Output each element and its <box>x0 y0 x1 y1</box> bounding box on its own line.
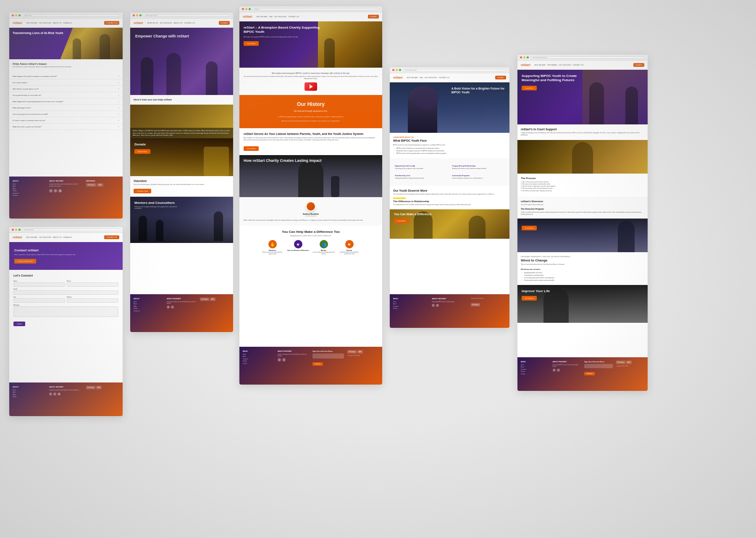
name-input[interactable] <box>13 282 65 287</box>
diversion-btn[interactable]: Learn More <box>522 226 537 230</box>
nav-btn-6[interactable]: DONATE <box>633 63 644 67</box>
faq-item-1[interactable]: What happens if a youth is already in an… <box>9 73 123 79</box>
nav-who[interactable]: WHO WE ARE <box>26 22 37 24</box>
nav-get-2[interactable]: GET INVOLVED <box>39 236 51 238</box>
faq-item-9[interactable]: What does after a youth record board?+ <box>9 124 123 130</box>
volunteer-text: If you are volunteering or donating to h… <box>134 184 230 186</box>
nav-btn-3[interactable]: DONATE <box>219 21 230 25</box>
nav-gi5[interactable]: GET INVOLVED <box>425 76 437 79</box>
nav-f5[interactable]: FAQ <box>420 76 423 79</box>
nav-c6[interactable]: CONTACT US <box>573 64 584 66</box>
donate-btn[interactable]: Donate Now <box>134 149 150 154</box>
nav-f6[interactable]: PROGRAMS <box>547 64 557 66</box>
fb-col-2: ABOUT RESTART Supporting BIPOC youth in … <box>432 298 467 324</box>
support-2: Forging Strong Relationships Building bo… <box>451 163 507 171</box>
tw-icon-2[interactable]: t <box>53 393 56 396</box>
main-hero-btn[interactable]: Learn More <box>244 41 259 46</box>
nav-w6[interactable]: WHO WE ARE <box>535 64 546 66</box>
footer-1: ABOUT HomeAboutFAQsDonateContact UsVolun… <box>9 177 123 219</box>
supporting-btn[interactable]: Learn More <box>522 86 537 90</box>
nav-w4[interactable]: WHO WE ARE <box>257 16 268 18</box>
fm-subscribe[interactable]: Subscribe <box>312 362 323 366</box>
nav-about[interactable]: ABOUT US <box>53 22 61 24</box>
nav-btn-5[interactable]: DONATE <box>495 76 506 79</box>
fe-fb[interactable]: f <box>167 306 170 309</box>
address-bar-5[interactable]: restart.ca/bipoc-youth <box>402 69 507 71</box>
nav-a3[interactable]: ABOUT US <box>174 22 182 24</box>
nav-who-2[interactable]: WHO WE ARE <box>26 236 37 238</box>
serves-btn[interactable]: Learn More <box>244 146 259 151</box>
address-bar-4[interactable]: restart.ca <box>252 8 380 11</box>
nav-about-2[interactable]: ABOUT US <box>53 236 61 238</box>
improve-btn[interactable]: Get Started <box>522 296 537 301</box>
submit-button[interactable]: Submit <box>13 322 25 326</box>
nav-cta-2[interactable]: CONTACT US <box>104 235 119 239</box>
woman-fig-2 <box>469 216 486 239</box>
nav-get[interactable]: GET INVOLVED <box>39 22 51 24</box>
address-bar-2[interactable]: restart.ca/contact <box>22 229 120 231</box>
contact-cta-btn[interactable]: Contact reStart Now <box>14 259 36 264</box>
phone-field: Phone <box>67 280 118 287</box>
fs-tw[interactable]: t <box>557 369 560 372</box>
faq-item-8[interactable]: If I have to stay in a custody, where do… <box>9 117 123 124</box>
nav-f4[interactable]: FAQ <box>269 16 273 18</box>
fb-icon-2[interactable]: f <box>49 393 52 396</box>
nav-btn-4[interactable]: DONATE <box>368 15 379 18</box>
youtube-play-btn[interactable] <box>304 82 317 91</box>
twitter-icon[interactable]: t <box>54 189 57 193</box>
fb-fb[interactable]: f <box>432 304 435 307</box>
faq-item-7[interactable]: Can a young person be sentenced as an ad… <box>9 111 123 117</box>
fm-fb[interactable]: f <box>278 358 281 361</box>
facebook-icon[interactable]: f <box>49 189 52 193</box>
nav-c4[interactable]: CONTACT US <box>288 16 299 18</box>
faq-item-2[interactable]: Do I need a lawyer?+ <box>9 79 123 86</box>
fb-tw[interactable]: t <box>436 304 439 307</box>
serves-section: reStart Serves As Your Liaison between P… <box>239 128 382 156</box>
nav-gi6[interactable]: GET INVOLVED <box>559 64 571 66</box>
history-title: Our History <box>246 101 376 107</box>
supporting-img-overlay <box>583 70 648 124</box>
fs-fb[interactable]: f <box>553 369 556 372</box>
volunteer-section: Volunteer If you are volunteering or don… <box>130 176 233 197</box>
address-bar-6[interactable]: restart.ca/supporting-youth <box>530 56 645 59</box>
footer-contact: ABOUT HomeAboutFAQsDonate ABOUT RESTART … <box>9 382 123 416</box>
fb-social: f t <box>432 304 467 307</box>
fm-tw[interactable]: t <box>282 358 286 361</box>
instagram-icon[interactable]: ig <box>58 189 62 193</box>
city-input[interactable] <box>13 298 65 303</box>
nav-fin-2[interactable]: FINANCES <box>63 236 72 238</box>
volunteer-btn[interactable]: Volunteer Now <box>134 189 151 193</box>
address-bar-3[interactable]: restart.ca/get-involved <box>143 14 231 17</box>
ig-icon-2[interactable]: ig <box>58 393 60 396</box>
faq-item-4[interactable]: Do my parents have to come with me?+ <box>9 92 123 98</box>
fe-tw[interactable]: t <box>171 306 174 309</box>
nav-c5[interactable]: CONTACT US <box>438 76 449 79</box>
nav-c3[interactable]: CONTACT US <box>184 22 195 24</box>
logo-4: reStart <box>243 15 252 18</box>
partner-bbif: BBIF <box>97 183 103 187</box>
nav-w3[interactable]: WHAT WE DO <box>147 22 158 24</box>
court-section: reStart's in Court Support Legal proceed… <box>517 124 648 140</box>
phone-input[interactable] <box>67 282 118 287</box>
fm-email-input[interactable] <box>312 353 344 359</box>
nav-g3[interactable]: GET INVOLVED <box>160 22 172 24</box>
form-row-2: City Suburb <box>13 296 118 304</box>
fe-peel: Peel Region <box>200 298 209 301</box>
faq-item-3[interactable]: Who will act as youth patron court?+ <box>9 86 123 92</box>
nav-gi4[interactable]: GET INVOLVED <box>274 16 286 18</box>
wired-section: PROGRAM / WORKSHOP / ONE DAY LIVE ARTS E… <box>517 252 648 285</box>
fs-email[interactable] <box>584 364 613 368</box>
faq-item-6[interactable]: What will happen at the?+ <box>9 105 123 111</box>
email-input[interactable] <box>13 290 118 295</box>
message-input[interactable] <box>13 306 118 317</box>
women-btn[interactable]: Learn More <box>394 219 409 223</box>
browser-chrome-4: restart.ca <box>239 6 382 12</box>
address-bar-1[interactable]: restart.ca/faq <box>22 14 120 17</box>
faq-item-5[interactable]: What happened if my parent/guardian does… <box>9 98 123 105</box>
nav-fin[interactable]: FINANCES <box>63 22 72 24</box>
fs-subscribe[interactable]: Subscribe <box>584 372 595 375</box>
nav-cta-1[interactable]: CONTACT US <box>104 21 119 25</box>
fm-copyright: Copyright 2023 reStart <box>347 355 379 356</box>
suburb-input[interactable] <box>67 298 118 303</box>
nav-w5[interactable]: WHO WE ARE <box>407 76 418 79</box>
